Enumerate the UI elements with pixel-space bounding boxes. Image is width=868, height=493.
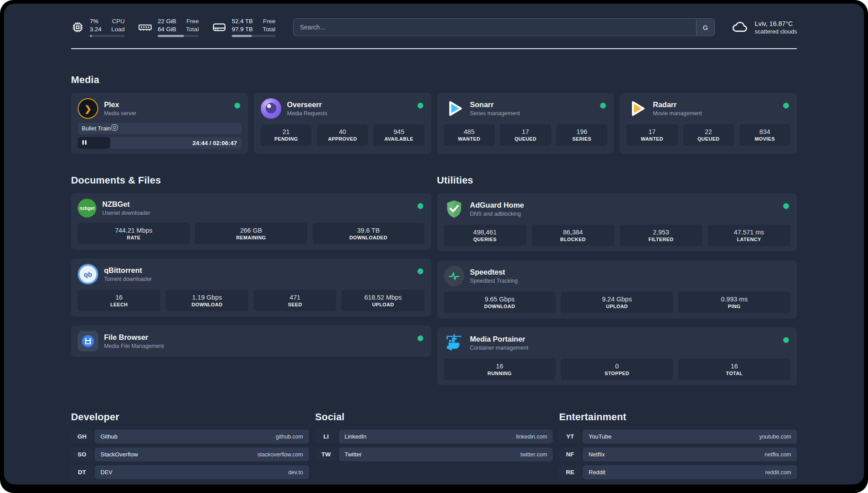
now-playing-row[interactable]: Bullet Train [78,123,242,134]
radarr-icon [626,98,647,119]
cpu-labels: CPU Load [111,17,125,33]
search-engine-button[interactable]: G [696,19,714,35]
adguard-icon [444,199,464,219]
status-dot-online [417,103,423,109]
link-name: Reddit [588,469,605,476]
app-title: Sonarr [470,100,520,109]
app-subtitle: Media Requests [287,110,327,117]
app-card-nzbget[interactable]: nzbget NZBGet Usenet downloader 744.21 M… [71,193,431,250]
status-dot-online [417,335,423,341]
plex-icon: ❯ [78,98,98,119]
app-card-filebrowser[interactable]: File Browser Media File Management [71,326,431,357]
app-card-adguard[interactable]: AdGuard Home DNS and adblocking 498,461 … [437,193,797,251]
status-dot-online [234,103,240,109]
ram-values: 22 GiB 64 GiB [158,17,176,33]
documents-column: Documents & Files nzbget NZBGet Usenet d… [71,175,431,385]
app-subtitle: DNS and adblocking [470,211,524,217]
app-card-radarr[interactable]: Radarr Movie management 17 WANTED 22 QUE… [620,93,797,154]
link-name: Github [100,433,117,440]
app-subtitle: Speedtest Tracking [470,278,518,284]
stat-tile: 86,384 BLOCKED [532,225,614,246]
link-row-linkedin[interactable]: LI LinkedIn linkedin.com [315,430,553,443]
playback-time: 24:44 / 02:06:47 [192,137,237,149]
stat-tile: 16 LEECH [78,290,160,311]
disk-labels: Free Total [263,17,275,33]
app-title: Media Portainer [470,335,529,344]
link-abbr: SO [71,447,93,461]
link-name: Netflix [588,451,605,458]
ram-progress-bar [158,35,199,37]
stat-tile: 834 MOVIES [739,124,790,146]
weather-widget[interactable]: Lviv, 16.87°C scattered clouds [731,19,797,35]
section-title-documents: Documents & Files [71,175,431,186]
speedtest-icon [444,266,464,286]
app-card-sonarr[interactable]: Sonarr Series management 485 WANTED 17 Q… [437,93,614,154]
stat-tile: 0.993 ms PING [678,292,790,313]
cpu-values: 7% 3.24 [90,17,101,33]
playback-progress-bar[interactable]: 24:44 / 02:06:47 [78,137,242,149]
app-title: Radarr [653,100,702,109]
link-row-youtube[interactable]: YT YouTube youtube.com [559,430,797,443]
top-bar: 7% 3.24 CPU Load [71,16,797,38]
app-card-plex[interactable]: ❯ Plex Media server Bullet Train [71,93,248,154]
app-card-speedtest[interactable]: Speedtest Speedtest Tracking 9.65 Gbps D… [437,260,797,318]
status-dot-online [417,268,423,274]
search-input[interactable] [293,18,715,36]
link-name: StackOverflow [100,451,138,458]
status-dot-online [783,337,789,343]
app-title: AdGuard Home [470,201,524,210]
link-abbr: TW [315,447,337,461]
app-subtitle: Usenet downloader [102,210,150,216]
app-card-qbittorrent[interactable]: qb qBittorrent Torrent downloader 16 LEE… [71,259,431,317]
link-url: stackoverflow.com [258,451,303,458]
link-abbr: NF [559,447,581,461]
link-abbr: DT [71,465,93,479]
cpu-icon [71,21,84,34]
ram-icon [138,21,152,34]
disk-stat: 52.4 TB 97.9 TB Free Total [212,17,275,37]
status-dot-online [417,203,423,209]
stat-tile: 40 APPROVED [317,124,368,146]
app-title: File Browser [104,333,164,342]
search-bar: G [293,18,715,36]
link-url: github.com [276,434,303,440]
nzbget-icon: nzbget [78,199,96,217]
window-frame: 7% 3.24 CPU Load [0,0,868,493]
app-subtitle: Container management [470,345,529,351]
link-row-netflix[interactable]: NF Netflix netflix.com [559,447,797,461]
app-subtitle: Media server [104,110,136,117]
session-screen-icon [111,124,118,133]
link-row-github[interactable]: GH Github github.com [71,430,309,443]
pause-icon [82,139,87,147]
link-abbr: GH [71,430,93,443]
app-card-overseerr[interactable]: Overseerr Media Requests 21 PENDING 40 A… [254,93,431,154]
entertainment-section: Entertainment YT YouTube youtube.com NF … [559,411,797,479]
weather-condition: scattered clouds [755,28,797,35]
link-row-twitter[interactable]: TW Twitter twitter.com [315,447,553,461]
link-row-stackoverflow[interactable]: SO StackOverflow stackoverflow.com [71,447,309,461]
overseerr-icon [261,98,281,119]
stat-tile: 47.571 ms LATENCY [708,225,790,246]
stat-tile: 266 GB REMAINING [195,223,307,244]
stat-tile: 945 AVAILABLE [373,124,424,146]
portainer-icon [444,333,464,353]
link-name: DEV [100,469,113,476]
header-divider [71,48,797,49]
stat-tile: 498,461 QUERIES [444,225,526,246]
qbittorrent-icon: qb [78,264,98,284]
developer-section: Developer GH Github github.com SO StackO… [71,411,309,479]
social-section: Social LI LinkedIn linkedin.com TW Twitt… [315,411,553,479]
link-abbr: LI [315,430,337,443]
link-url: twitter.com [521,451,547,458]
link-url: linkedin.com [516,434,547,440]
app-subtitle: Torrent downloader [104,276,152,282]
stat-tile: 17 QUEUED [500,124,551,146]
link-row-dev[interactable]: DT DEV dev.to [71,465,309,479]
dashboard: 7% 3.24 CPU Load [4,4,864,485]
link-row-reddit[interactable]: RE Reddit reddit.com [559,465,797,479]
link-name: LinkedIn [345,433,367,440]
stat-tile: 17 WANTED [626,124,677,146]
cpu-stat: 7% 3.24 CPU Load [71,17,125,37]
app-card-portainer[interactable]: Media Portainer Container management 16 … [437,327,797,385]
stat-tile: 2,953 FILTERED [620,225,702,246]
